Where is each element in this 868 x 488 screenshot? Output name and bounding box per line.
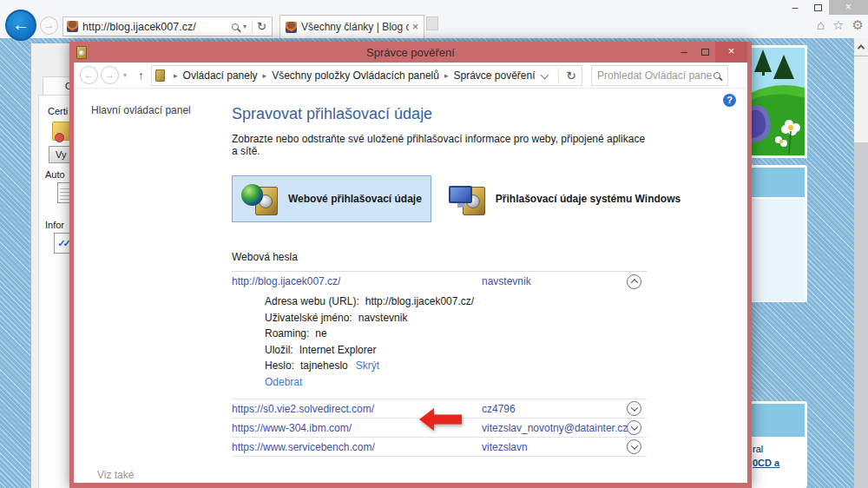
- forward-icon: →: [44, 19, 55, 31]
- chevron-up-icon: [630, 279, 637, 286]
- maximize-icon: [814, 4, 822, 11]
- annotation-arrow-icon: [419, 406, 463, 432]
- breadcrumb-separator: ▸: [263, 71, 267, 80]
- expand-button[interactable]: [627, 439, 641, 454]
- hide-password-link[interactable]: Skrýt: [356, 359, 379, 372]
- autocomplete-label: Auto: [45, 169, 65, 180]
- tile-label: Přihlašovací údaje systému Windows: [496, 193, 681, 205]
- dialog-button[interactable]: Vy: [49, 146, 69, 163]
- minimize-button[interactable]: –: [674, 43, 694, 61]
- maximize-button[interactable]: [806, 4, 829, 11]
- search-icon[interactable]: [713, 72, 720, 79]
- search-icon[interactable]: [232, 23, 239, 30]
- tab-title: Všechny články | Blog o vše...: [301, 21, 409, 33]
- partial-text: ral: [751, 444, 805, 454]
- dialog-tab[interactable]: O: [43, 76, 69, 96]
- address-bar[interactable]: http://blog.ijacek007.cz/ ▾ ↻: [62, 16, 273, 36]
- breadcrumb-item-control-panel[interactable]: Ovládací panely: [183, 69, 258, 82]
- detail-password: Heslo:tajnehesloSkrýt: [265, 359, 647, 372]
- remove-credential-link[interactable]: Odebrat: [265, 376, 302, 388]
- credential-type-tiles: Webové přihlašovací údaje Přihlašovací ú…: [232, 175, 647, 222]
- new-tab-button[interactable]: [426, 16, 438, 30]
- credential-row[interactable]: https://www.servicebench.com/ vitezslavn: [232, 438, 647, 457]
- credential-username: vitezslavn: [482, 441, 528, 453]
- globe-icon: [241, 184, 263, 206]
- feeds-check-icon: ✓✓: [54, 233, 69, 254]
- scrollbar-thumb[interactable]: [854, 56, 868, 142]
- close-button[interactable]: ×: [715, 42, 747, 63]
- tile-windows-credentials[interactable]: Přihlašovací údaje systému Windows: [440, 175, 689, 222]
- expand-button[interactable]: [627, 401, 641, 416]
- certificates-label: Certi: [48, 106, 68, 116]
- divider: [558, 69, 559, 82]
- url-text[interactable]: http://blog.ijacek007.cz/: [82, 21, 230, 33]
- partial-link[interactable]: 0CD a: [751, 458, 805, 468]
- expand-button[interactable]: [627, 420, 641, 435]
- breadcrumb-separator: ▸: [444, 71, 449, 80]
- back-button[interactable]: ←: [80, 66, 98, 84]
- breadcrumb[interactable]: ▸ Ovládací panely ▸ Všechny položky Ovlá…: [151, 65, 582, 86]
- blog-sidebar-card: [748, 165, 807, 302]
- detail-roaming: Roaming:ne: [265, 327, 647, 340]
- collapse-button[interactable]: [627, 274, 641, 289]
- recent-pages-dropdown-icon[interactable]: ▾: [123, 71, 127, 79]
- forward-button[interactable]: →: [101, 66, 119, 84]
- minimize-button[interactable]: –: [784, 2, 806, 14]
- credential-username: navstevnik: [482, 275, 531, 287]
- credential-manager-window: Správce pověření – × ← → ▾ ↑ ▸ Ovládací …: [69, 42, 752, 488]
- chevron-down-icon: [630, 404, 637, 411]
- breadcrumb-item-all-items[interactable]: Všechny položky Ovládacích panelů: [272, 69, 439, 82]
- scroll-up-button[interactable]: [854, 38, 868, 56]
- site-favicon: [67, 21, 78, 32]
- browser-chrome: ← → http://blog.ijacek007.cz/ ▾ ↻ Všechn…: [0, 0, 868, 38]
- explorer-toolbar: ← → ▾ ↑ ▸ Ovládací panely ▸ Všechny polo…: [74, 63, 747, 89]
- search-input[interactable]: [597, 69, 712, 82]
- card-header: [751, 168, 805, 197]
- info-label: Infor: [45, 220, 64, 230]
- chevron-down-icon[interactable]: [541, 71, 549, 80]
- chevron-down-icon: [630, 442, 637, 449]
- monitor-icon: [449, 186, 472, 203]
- sidebar-item-control-panel-home[interactable]: Hlavní ovládací panel: [91, 104, 191, 116]
- credential-row[interactable]: http://blog.ijacek007.cz/ navstevnik: [232, 272, 647, 291]
- detail-url: Adresa webu (URL):http://blog.ijacek007.…: [265, 295, 647, 307]
- settings-icon[interactable]: ⚙: [852, 17, 864, 33]
- search-box[interactable]: [591, 65, 728, 86]
- browser-window-controls: – ×: [784, 0, 868, 15]
- back-icon: ←: [12, 15, 30, 34]
- browser-tab[interactable]: Všechny články | Blog o vše... ×: [279, 15, 424, 38]
- up-button[interactable]: ↑: [138, 69, 144, 82]
- tab-close-icon[interactable]: ×: [412, 21, 418, 33]
- favorites-icon[interactable]: ☆: [832, 17, 844, 33]
- tile-web-credentials[interactable]: Webové přihlašovací údaje: [232, 175, 431, 222]
- card-header: [751, 404, 805, 437]
- credential-url-link[interactable]: https://www.servicebench.com/: [232, 441, 375, 453]
- window-title: Správce pověření: [74, 46, 747, 59]
- maximize-icon: [701, 49, 709, 56]
- divider: [252, 20, 253, 33]
- breadcrumb-item-credential-manager[interactable]: Správce pověření: [453, 69, 535, 82]
- blog-banner-image: [748, 45, 807, 158]
- close-button[interactable]: ×: [829, 0, 868, 15]
- credential-url-link[interactable]: http://blog.ijacek007.cz/: [232, 275, 340, 287]
- credential-url-link[interactable]: https://s0.vie2.solvedirect.com/: [232, 403, 374, 415]
- refresh-icon[interactable]: ↻: [566, 69, 576, 82]
- help-icon[interactable]: ?: [723, 94, 736, 107]
- main-content: Spravovat přihlašovací údaje Zobrazte ne…: [232, 89, 647, 457]
- credential-url-link[interactable]: https://www-304.ibm.com/: [232, 422, 352, 434]
- chevron-down-icon: [630, 423, 637, 430]
- browser-forward-button[interactable]: →: [40, 16, 58, 35]
- blog-sidebar-card-2: ral 0CD a: [748, 401, 807, 488]
- page-scrollbar[interactable]: [854, 38, 868, 488]
- credential-details: Adresa webu (URL):http://blog.ijacek007.…: [232, 291, 647, 399]
- browser-back-button[interactable]: ←: [5, 10, 36, 41]
- titlebar[interactable]: Správce pověření – ×: [74, 42, 747, 63]
- tab-favicon: [286, 22, 297, 33]
- chevron-down-icon[interactable]: ▾: [243, 23, 247, 30]
- form-list-icon: [57, 182, 69, 203]
- browser-toolbar-icons: ⌂ ☆ ⚙: [817, 17, 864, 33]
- refresh-icon[interactable]: ↻: [257, 20, 266, 33]
- certificate-icon: [52, 122, 69, 141]
- home-icon[interactable]: ⌂: [817, 17, 825, 33]
- maximize-button[interactable]: [694, 49, 715, 56]
